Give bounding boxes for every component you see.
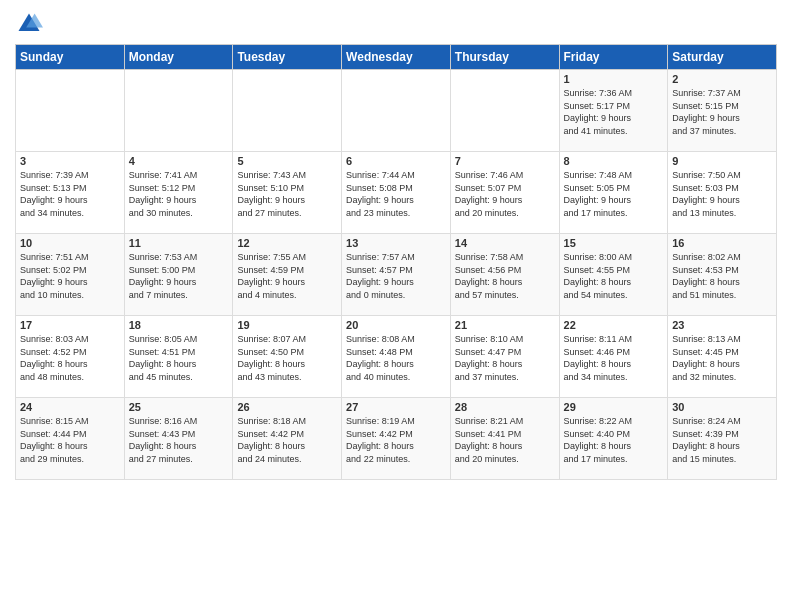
day-number: 28: [455, 401, 555, 413]
day-cell: 3Sunrise: 7:39 AM Sunset: 5:13 PM Daylig…: [16, 152, 125, 234]
day-cell: 13Sunrise: 7:57 AM Sunset: 4:57 PM Dayli…: [342, 234, 451, 316]
day-number: 19: [237, 319, 337, 331]
header-cell-thursday: Thursday: [450, 45, 559, 70]
day-info: Sunrise: 7:48 AM Sunset: 5:05 PM Dayligh…: [564, 169, 664, 219]
day-info: Sunrise: 7:50 AM Sunset: 5:03 PM Dayligh…: [672, 169, 772, 219]
day-info: Sunrise: 8:07 AM Sunset: 4:50 PM Dayligh…: [237, 333, 337, 383]
day-number: 27: [346, 401, 446, 413]
header-cell-tuesday: Tuesday: [233, 45, 342, 70]
day-cell: 20Sunrise: 8:08 AM Sunset: 4:48 PM Dayli…: [342, 316, 451, 398]
day-cell: 5Sunrise: 7:43 AM Sunset: 5:10 PM Daylig…: [233, 152, 342, 234]
day-cell: 12Sunrise: 7:55 AM Sunset: 4:59 PM Dayli…: [233, 234, 342, 316]
day-cell: [233, 70, 342, 152]
day-info: Sunrise: 7:43 AM Sunset: 5:10 PM Dayligh…: [237, 169, 337, 219]
week-row-4: 17Sunrise: 8:03 AM Sunset: 4:52 PM Dayli…: [16, 316, 777, 398]
day-info: Sunrise: 8:05 AM Sunset: 4:51 PM Dayligh…: [129, 333, 229, 383]
page-container: SundayMondayTuesdayWednesdayThursdayFrid…: [0, 0, 792, 490]
day-info: Sunrise: 7:39 AM Sunset: 5:13 PM Dayligh…: [20, 169, 120, 219]
day-cell: 16Sunrise: 8:02 AM Sunset: 4:53 PM Dayli…: [668, 234, 777, 316]
day-info: Sunrise: 8:13 AM Sunset: 4:45 PM Dayligh…: [672, 333, 772, 383]
day-cell: 1Sunrise: 7:36 AM Sunset: 5:17 PM Daylig…: [559, 70, 668, 152]
day-cell: 4Sunrise: 7:41 AM Sunset: 5:12 PM Daylig…: [124, 152, 233, 234]
day-number: 15: [564, 237, 664, 249]
day-cell: 24Sunrise: 8:15 AM Sunset: 4:44 PM Dayli…: [16, 398, 125, 480]
day-cell: 17Sunrise: 8:03 AM Sunset: 4:52 PM Dayli…: [16, 316, 125, 398]
day-number: 18: [129, 319, 229, 331]
day-cell: [342, 70, 451, 152]
day-info: Sunrise: 7:46 AM Sunset: 5:07 PM Dayligh…: [455, 169, 555, 219]
day-number: 21: [455, 319, 555, 331]
day-cell: 2Sunrise: 7:37 AM Sunset: 5:15 PM Daylig…: [668, 70, 777, 152]
day-info: Sunrise: 7:44 AM Sunset: 5:08 PM Dayligh…: [346, 169, 446, 219]
header-cell-sunday: Sunday: [16, 45, 125, 70]
day-info: Sunrise: 7:57 AM Sunset: 4:57 PM Dayligh…: [346, 251, 446, 301]
day-number: 24: [20, 401, 120, 413]
day-cell: 21Sunrise: 8:10 AM Sunset: 4:47 PM Dayli…: [450, 316, 559, 398]
day-cell: 6Sunrise: 7:44 AM Sunset: 5:08 PM Daylig…: [342, 152, 451, 234]
calendar-body: 1Sunrise: 7:36 AM Sunset: 5:17 PM Daylig…: [16, 70, 777, 480]
header-row: SundayMondayTuesdayWednesdayThursdayFrid…: [16, 45, 777, 70]
header: [15, 10, 777, 38]
day-number: 23: [672, 319, 772, 331]
day-number: 29: [564, 401, 664, 413]
day-cell: 26Sunrise: 8:18 AM Sunset: 4:42 PM Dayli…: [233, 398, 342, 480]
day-info: Sunrise: 8:18 AM Sunset: 4:42 PM Dayligh…: [237, 415, 337, 465]
day-number: 6: [346, 155, 446, 167]
week-row-3: 10Sunrise: 7:51 AM Sunset: 5:02 PM Dayli…: [16, 234, 777, 316]
day-cell: [16, 70, 125, 152]
day-number: 7: [455, 155, 555, 167]
day-info: Sunrise: 7:41 AM Sunset: 5:12 PM Dayligh…: [129, 169, 229, 219]
day-info: Sunrise: 7:53 AM Sunset: 5:00 PM Dayligh…: [129, 251, 229, 301]
header-cell-wednesday: Wednesday: [342, 45, 451, 70]
day-number: 8: [564, 155, 664, 167]
day-number: 22: [564, 319, 664, 331]
day-cell: 10Sunrise: 7:51 AM Sunset: 5:02 PM Dayli…: [16, 234, 125, 316]
day-info: Sunrise: 8:19 AM Sunset: 4:42 PM Dayligh…: [346, 415, 446, 465]
day-number: 16: [672, 237, 772, 249]
day-cell: 8Sunrise: 7:48 AM Sunset: 5:05 PM Daylig…: [559, 152, 668, 234]
day-cell: 14Sunrise: 7:58 AM Sunset: 4:56 PM Dayli…: [450, 234, 559, 316]
week-row-5: 24Sunrise: 8:15 AM Sunset: 4:44 PM Dayli…: [16, 398, 777, 480]
week-row-1: 1Sunrise: 7:36 AM Sunset: 5:17 PM Daylig…: [16, 70, 777, 152]
day-info: Sunrise: 7:36 AM Sunset: 5:17 PM Dayligh…: [564, 87, 664, 137]
day-cell: 29Sunrise: 8:22 AM Sunset: 4:40 PM Dayli…: [559, 398, 668, 480]
day-number: 14: [455, 237, 555, 249]
day-number: 26: [237, 401, 337, 413]
day-info: Sunrise: 8:24 AM Sunset: 4:39 PM Dayligh…: [672, 415, 772, 465]
day-number: 25: [129, 401, 229, 413]
day-number: 2: [672, 73, 772, 85]
day-cell: 15Sunrise: 8:00 AM Sunset: 4:55 PM Dayli…: [559, 234, 668, 316]
day-number: 3: [20, 155, 120, 167]
day-cell: 23Sunrise: 8:13 AM Sunset: 4:45 PM Dayli…: [668, 316, 777, 398]
logo-icon: [15, 10, 43, 38]
day-cell: 9Sunrise: 7:50 AM Sunset: 5:03 PM Daylig…: [668, 152, 777, 234]
day-cell: 28Sunrise: 8:21 AM Sunset: 4:41 PM Dayli…: [450, 398, 559, 480]
calendar-header: SundayMondayTuesdayWednesdayThursdayFrid…: [16, 45, 777, 70]
day-number: 9: [672, 155, 772, 167]
day-info: Sunrise: 7:51 AM Sunset: 5:02 PM Dayligh…: [20, 251, 120, 301]
day-info: Sunrise: 7:37 AM Sunset: 5:15 PM Dayligh…: [672, 87, 772, 137]
day-cell: 27Sunrise: 8:19 AM Sunset: 4:42 PM Dayli…: [342, 398, 451, 480]
day-number: 4: [129, 155, 229, 167]
day-info: Sunrise: 7:55 AM Sunset: 4:59 PM Dayligh…: [237, 251, 337, 301]
day-info: Sunrise: 8:10 AM Sunset: 4:47 PM Dayligh…: [455, 333, 555, 383]
day-cell: 22Sunrise: 8:11 AM Sunset: 4:46 PM Dayli…: [559, 316, 668, 398]
week-row-2: 3Sunrise: 7:39 AM Sunset: 5:13 PM Daylig…: [16, 152, 777, 234]
day-cell: 7Sunrise: 7:46 AM Sunset: 5:07 PM Daylig…: [450, 152, 559, 234]
day-cell: 30Sunrise: 8:24 AM Sunset: 4:39 PM Dayli…: [668, 398, 777, 480]
day-cell: [124, 70, 233, 152]
day-number: 1: [564, 73, 664, 85]
day-cell: 19Sunrise: 8:07 AM Sunset: 4:50 PM Dayli…: [233, 316, 342, 398]
day-number: 30: [672, 401, 772, 413]
day-number: 12: [237, 237, 337, 249]
day-info: Sunrise: 8:11 AM Sunset: 4:46 PM Dayligh…: [564, 333, 664, 383]
day-cell: [450, 70, 559, 152]
day-number: 10: [20, 237, 120, 249]
day-info: Sunrise: 8:00 AM Sunset: 4:55 PM Dayligh…: [564, 251, 664, 301]
day-cell: 25Sunrise: 8:16 AM Sunset: 4:43 PM Dayli…: [124, 398, 233, 480]
day-number: 11: [129, 237, 229, 249]
day-info: Sunrise: 8:02 AM Sunset: 4:53 PM Dayligh…: [672, 251, 772, 301]
day-number: 13: [346, 237, 446, 249]
day-info: Sunrise: 8:22 AM Sunset: 4:40 PM Dayligh…: [564, 415, 664, 465]
day-number: 17: [20, 319, 120, 331]
